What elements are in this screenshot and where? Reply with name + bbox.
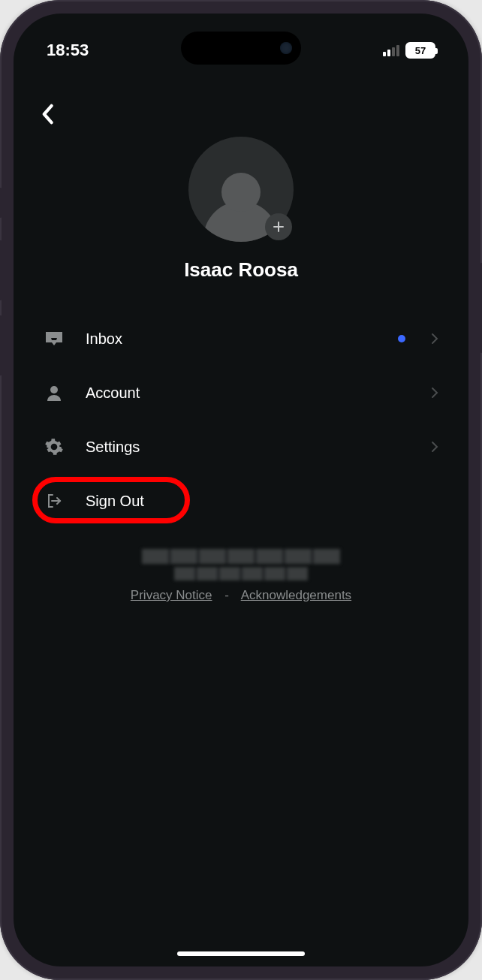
profile-name: Isaac Roosa [184,258,298,282]
redacted-info [14,549,468,580]
gear-icon [44,436,65,457]
front-camera [280,42,292,54]
battery-level: 57 [415,45,426,56]
back-button[interactable] [14,66,468,128]
side-button [0,188,2,218]
chevron-right-icon [431,387,438,399]
menu-item-signout[interactable]: Sign Out [14,474,468,528]
menu-item-account[interactable]: Account [14,366,468,420]
footer: Privacy Notice - Acknowledgements [14,549,468,603]
volume-down-button [0,315,2,375]
chevron-right-icon [431,333,438,345]
signout-icon [44,490,65,511]
separator: - [224,588,229,602]
svg-point-2 [50,386,58,394]
battery-indicator: 57 [405,42,435,59]
cellular-signal-icon [383,45,399,56]
menu: Inbox Account Settings [14,312,468,528]
chevron-left-icon [41,104,54,125]
menu-label: Inbox [86,330,377,348]
menu-item-settings[interactable]: Settings [14,420,468,474]
menu-label: Settings [86,439,410,456]
profile-section: Isaac Roosa [14,137,468,282]
phone-frame: 18:53 57 [0,0,482,980]
menu-item-inbox[interactable]: Inbox [14,312,468,366]
add-photo-button[interactable] [265,213,292,240]
menu-label: Sign Out [86,493,438,510]
menu-label: Account [86,384,410,402]
screen: 18:53 57 [14,14,468,966]
volume-up-button [0,240,2,300]
inbox-icon [44,328,65,349]
home-indicator[interactable] [177,951,305,956]
plus-icon [272,220,285,234]
acknowledgements-link[interactable]: Acknowledgements [241,588,351,602]
person-icon [44,382,65,403]
privacy-link[interactable]: Privacy Notice [131,588,212,602]
unread-indicator [398,335,405,342]
chevron-right-icon [431,441,438,453]
status-time: 18:53 [47,41,89,60]
dynamic-island [181,32,301,65]
